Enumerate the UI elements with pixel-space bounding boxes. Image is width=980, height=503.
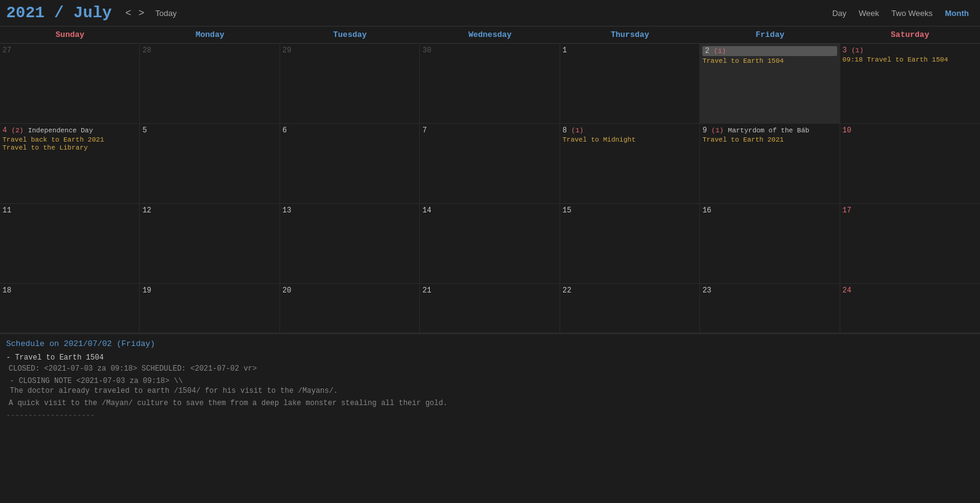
event-travel-library[interactable]: Travel to the Library [2, 144, 137, 151]
day-number: 11 [2, 206, 137, 215]
schedule-note-line1: The doctor already traveled to earth /15… [10, 387, 974, 395]
table-row[interactable]: 20 [280, 284, 420, 333]
calendar-header: Sunday Monday Tuesday Wednesday Thursday… [0, 26, 980, 44]
day-number: 16 [702, 206, 837, 215]
schedule-item-closed: CLOSED: <2021-07-03 za 09:18> SCHEDULED:… [9, 364, 974, 373]
dow-thursday: Thursday [560, 26, 700, 43]
event-travel-earth-2021[interactable]: Travel to Earth 2021 [702, 136, 837, 143]
day-number: 28 [142, 46, 276, 55]
view-week-button[interactable]: Week [854, 7, 884, 19]
dow-friday: Friday [700, 26, 840, 43]
table-row[interactable]: 2 (1) Travel to Earth 1504 [700, 44, 840, 124]
table-row[interactable]: 10 [840, 124, 980, 204]
table-row[interactable]: 23 [700, 284, 840, 333]
day-number: 17 [843, 206, 978, 215]
table-row[interactable]: 17 [840, 204, 980, 284]
day-number: 27 [2, 46, 137, 55]
day-number: 30 [422, 46, 556, 55]
schedule-closing-note-label: - CLOSING NOTE <2021-07-03 za 09:18> \\ [10, 377, 974, 385]
table-row[interactable]: 30 [420, 44, 560, 124]
year-label: 2021 [6, 4, 44, 22]
event-travel-midnight[interactable]: Travel to Midnight [563, 136, 697, 143]
dow-tuesday: Tuesday [280, 26, 420, 43]
day-number: 6 [283, 126, 417, 135]
table-row[interactable]: 5 [140, 124, 279, 204]
day-number: 12 [142, 206, 276, 215]
day-number: 14 [422, 206, 556, 215]
day-number: 23 [702, 286, 837, 295]
schedule-desc: A quick visit to the /Mayan/ culture to … [9, 399, 974, 408]
day-number: 18 [2, 286, 137, 295]
table-row[interactable]: 16 [700, 204, 840, 284]
table-row[interactable]: 21 [420, 284, 560, 333]
schedule-panel: Schedule on 2021/07/02 (Friday) - Travel… [0, 334, 980, 425]
day-number: 24 [843, 286, 978, 295]
table-row[interactable]: 4 (2) Independence Day Travel back to Ea… [0, 124, 140, 204]
table-row[interactable]: 18 [0, 284, 140, 333]
day-number: 19 [142, 286, 276, 295]
table-row[interactable]: 14 [420, 204, 560, 284]
next-button[interactable]: > [135, 6, 148, 20]
schedule-item-title: - Travel to Earth 1504 [6, 353, 103, 362]
month-label: July [73, 4, 111, 22]
day-number: 29 [283, 46, 417, 55]
table-row[interactable]: 6 [280, 124, 420, 204]
table-row[interactable]: 22 [560, 284, 700, 333]
table-row[interactable]: 29 [280, 44, 420, 124]
calendar-grid: 27 28 29 30 1 2 (1) Travel to Earth 1504… [0, 44, 980, 333]
schedule-separator: -------------------- [6, 411, 974, 420]
dow-sunday: Sunday [0, 26, 140, 43]
table-row[interactable]: 9 (1) Martyrdom of the Báb Travel to Ear… [700, 124, 840, 204]
day-number: 13 [283, 206, 417, 215]
day-number: 10 [843, 126, 978, 135]
table-row[interactable]: 7 [420, 124, 560, 204]
day-number: 1 [563, 46, 697, 55]
prev-button[interactable]: < [122, 6, 135, 20]
slash-label: / [44, 4, 73, 22]
view-twoweeks-button[interactable]: Two Weeks [886, 7, 938, 19]
table-row[interactable]: 15 [560, 204, 700, 284]
table-row[interactable]: 24 [840, 284, 980, 333]
dow-monday: Monday [140, 26, 279, 43]
table-row[interactable]: 11 [0, 204, 140, 284]
view-month-button[interactable]: Month [940, 7, 974, 19]
table-row[interactable]: 12 [140, 204, 279, 284]
day-number: 8 (1) [563, 126, 697, 135]
table-row[interactable]: 28 [140, 44, 279, 124]
event-travel-earth-1504-sat3[interactable]: 09:18 Travel to Earth 1504 [843, 56, 978, 63]
table-row[interactable]: 13 [280, 204, 420, 284]
calendar-title: 2021 / July [6, 4, 112, 22]
table-row[interactable]: 1 [560, 44, 700, 124]
today-button[interactable]: Today [150, 7, 182, 19]
table-row[interactable]: 27 [0, 44, 140, 124]
view-buttons: Day Week Two Weeks Month [827, 7, 974, 19]
day-number: 7 [422, 126, 556, 135]
day-number: 9 (1) Martyrdom of the Báb [702, 126, 837, 135]
day-number: 15 [563, 206, 697, 215]
day-number: 3 (1) [843, 46, 978, 55]
day-number: 21 [422, 286, 556, 295]
day-number: 20 [283, 286, 417, 295]
table-row[interactable]: 3 (1) 09:18 Travel to Earth 1504 [840, 44, 980, 124]
calendar: Sunday Monday Tuesday Wednesday Thursday… [0, 26, 980, 333]
day-number: 2 (1) [702, 46, 837, 56]
day-number: 5 [142, 126, 276, 135]
table-row[interactable]: 19 [140, 284, 279, 333]
event-travel-back-earth[interactable]: Travel back to Earth 2021 [2, 136, 137, 143]
dow-saturday: Saturday [840, 26, 980, 43]
day-number: 22 [563, 286, 697, 295]
event-travel-earth-1504-fri2[interactable]: Travel to Earth 1504 [702, 57, 837, 65]
schedule-title: Schedule on 2021/07/02 (Friday) [6, 339, 974, 348]
view-day-button[interactable]: Day [827, 7, 851, 19]
table-row[interactable]: 8 (1) Travel to Midnight [560, 124, 700, 204]
day-number: 4 (2) Independence Day [2, 126, 137, 135]
dow-wednesday: Wednesday [420, 26, 560, 43]
